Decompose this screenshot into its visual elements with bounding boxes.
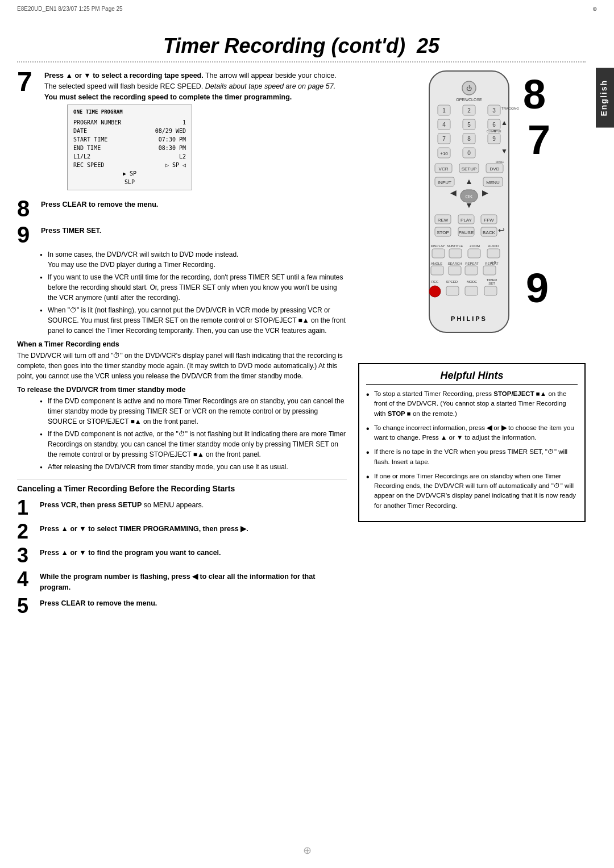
step-7-bold2: You must select the recording speed to c… <box>44 93 292 101</box>
helpful-hints-box: Helpful Hints • To stop a started Timer … <box>358 363 586 522</box>
helpful-hints-title: Helpful Hints <box>366 370 578 385</box>
remote-step-8-overlay: 8 <box>523 74 546 115</box>
svg-text:PLAY: PLAY <box>460 218 472 223</box>
bullet-9-1: ● In some cases, the DVD/VCR will switch… <box>40 249 347 270</box>
osd-speed-options: ▶ SPSLP <box>73 169 186 186</box>
svg-text:9: 9 <box>492 136 496 142</box>
svg-rect-85 <box>465 286 478 295</box>
svg-text:DVD: DVD <box>490 166 500 172</box>
svg-text:AUDIO: AUDIO <box>488 244 499 248</box>
cancel-step-2-text: Press ▲ or ▼ to select TIMER PROGRAMMING… <box>35 521 347 535</box>
svg-text:ZOOM: ZOOM <box>470 244 480 248</box>
svg-rect-77 <box>483 266 496 275</box>
bullet-9-2: ● If you want to use the VCR until time … <box>40 272 347 303</box>
step-9-text: Press TIMER SET. <box>38 223 347 236</box>
step-9-bullets: ● In some cases, the DVD/VCR will switch… <box>40 249 347 336</box>
hint-1-text: To stop a started Timer Recording, press… <box>374 389 578 419</box>
remote-area: 8 7 ⏻ OPEN/CLOSE 1 2 3 TRACKING <box>415 68 529 354</box>
remote-step-7-overlay: 7 <box>528 119 550 160</box>
svg-text:SET: SET <box>488 282 495 285</box>
svg-text:SUBTITLE: SUBTITLE <box>447 244 463 248</box>
svg-text:PHILIPS: PHILIPS <box>451 315 487 322</box>
svg-rect-66 <box>449 249 462 258</box>
crosshair-top: ⊕ <box>592 6 597 12</box>
svg-text:▼: ▼ <box>501 147 508 155</box>
svg-rect-75 <box>449 266 461 275</box>
bullet-dot-1: ● <box>40 252 48 258</box>
svg-text:8: 8 <box>467 136 471 142</box>
svg-text:OK: OK <box>465 194 472 199</box>
release-dot-2: ● <box>40 431 48 438</box>
remote-svg: ⏻ OPEN/CLOSE 1 2 3 TRACKING 4 5 6 <box>415 68 523 352</box>
svg-text:5: 5 <box>467 122 471 128</box>
to-release-heading: To release the DVD/VCR from timer standb… <box>17 386 347 394</box>
release-dot-1: ● <box>40 398 48 405</box>
timer-ends-section: When a Timer Recording ends The DVD/VCR … <box>17 340 347 381</box>
cancel-step-2-num: 2 <box>17 521 35 542</box>
svg-text:ANGLE: ANGLE <box>431 262 442 265</box>
svg-text:3: 3 <box>492 107 496 114</box>
svg-text:OPEN/CLOSE: OPEN/CLOSE <box>456 98 482 102</box>
timer-ends-heading: When a Timer Recording ends <box>17 340 347 348</box>
title-separator <box>17 61 586 62</box>
osd-row-start: START TIME07:30 PM <box>73 135 186 144</box>
hint-bullet-1: • <box>366 388 374 402</box>
svg-text:0: 0 <box>467 150 471 156</box>
svg-text:A-B: A-B <box>491 261 496 264</box>
remote-step-9-overlay: 9 <box>526 268 549 308</box>
svg-text:REPEAT: REPEAT <box>465 262 479 265</box>
cancel-step-5-text: Press CLEAR to remove the menu. <box>35 596 347 609</box>
cancel-step-3-num: 3 <box>17 545 35 566</box>
svg-text:TITLE: TITLE <box>493 130 501 133</box>
svg-text:7: 7 <box>442 136 446 142</box>
step-9-number: 9 <box>17 223 38 246</box>
bullet-dot-2: ● <box>40 274 48 281</box>
svg-rect-84 <box>446 286 459 295</box>
canceling-steps: 1 Press VCR, then press SETUP so MENU ap… <box>17 498 347 617</box>
release-dot-3: ● <box>40 464 48 471</box>
hint-bullet-2: • <box>366 422 374 436</box>
hint-2: • To change incorrect information, press… <box>366 423 578 443</box>
hint-bullet-4: • <box>366 470 374 484</box>
svg-text:▼: ▼ <box>465 201 473 210</box>
right-content: 8 7 ⏻ OPEN/CLOSE 1 2 3 TRACKING <box>358 68 586 522</box>
bullet-9-3: ● When "⏱" is lit (not flashing), you ca… <box>40 305 347 336</box>
left-content: 7 Press ▲ or ▼ to select a recording tap… <box>17 68 347 620</box>
svg-rect-74 <box>431 266 443 275</box>
svg-text:4: 4 <box>442 122 446 128</box>
svg-text:▶: ▶ <box>482 188 488 197</box>
cancel-step-5-num: 5 <box>17 596 35 616</box>
osd-title: ONE TIME PROGRAM <box>73 108 186 116</box>
release-bullet-2: ● If the DVD component is not active, or… <box>40 429 347 460</box>
svg-rect-76 <box>465 266 478 275</box>
osd-row-end: END TIME08:30 PM <box>73 144 186 152</box>
cancel-step-5: 5 Press CLEAR to remove the menu. <box>17 596 347 616</box>
svg-text:SPEED: SPEED <box>446 280 458 283</box>
canceling-title: Canceling a Timer Recording Before the R… <box>17 484 347 493</box>
step-8-number: 8 <box>17 197 38 220</box>
timer-ends-text: The DVD/VCR will turn off and "⏱" on the… <box>17 350 347 381</box>
osd-row-date: DATE08/29 WED <box>73 127 186 135</box>
cancel-step-1-text: Press VCR, then press SETUP so MENU appe… <box>35 498 347 511</box>
release-bullet-3: ● After releasing the DVD/VCR from timer… <box>40 462 347 472</box>
cancel-step-3: 3 Press ▲ or ▼ to find the program you w… <box>17 545 347 566</box>
hint-3-text: If there is no tape in the VCR when you … <box>374 447 578 467</box>
step-8: 8 Press CLEAR to remove the menu. <box>17 197 347 220</box>
cancel-step-4-num: 4 <box>17 569 35 590</box>
step-8-section: 8 Press CLEAR to remove the menu. 9 Pres… <box>17 197 347 246</box>
canceling-section: Canceling a Timer Recording Before the R… <box>17 479 347 617</box>
svg-text:⏻: ⏻ <box>466 85 472 91</box>
file-info: E8E20UD_EN1 8/23/07 1:25 PM Page 25 <box>17 6 123 12</box>
osd-display: ONE TIME PROGRAM PROGRAM NUMBER1 DATE08/… <box>67 105 192 190</box>
osd-row-l1l2: L1/L2L2 <box>73 152 186 161</box>
svg-text:+10: +10 <box>440 151 448 156</box>
cancel-step-1-num: 1 <box>17 498 35 518</box>
svg-text:SEARCH: SEARCH <box>447 262 462 265</box>
svg-text:2: 2 <box>467 107 471 114</box>
svg-text:PAUSE: PAUSE <box>459 230 474 235</box>
step-7-number: 7 <box>17 68 40 193</box>
svg-text:MODE: MODE <box>467 280 477 283</box>
svg-text:6: 6 <box>492 122 496 128</box>
svg-text:1: 1 <box>442 107 446 114</box>
release-bullet-1: ● If the DVD component is active and no … <box>40 396 347 427</box>
